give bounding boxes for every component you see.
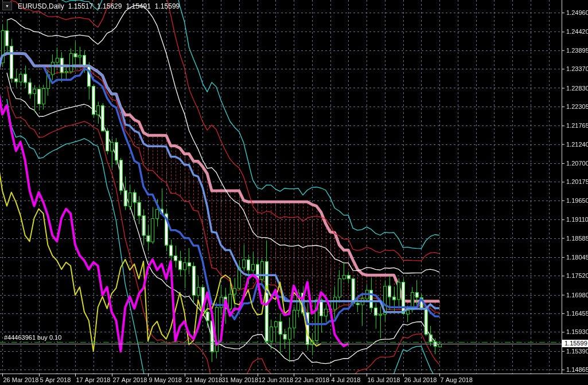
current-price-tag: 1.15599 — [562, 340, 588, 347]
close-value: 1.15599 — [155, 2, 180, 10]
price-axis[interactable] — [562, 0, 588, 374]
high-value: 1.15629 — [97, 2, 122, 10]
chart-canvas[interactable] — [0, 0, 588, 385]
triangle-down-icon: ▼ — [5, 4, 9, 8]
order-line-label[interactable]: #44463961 buy 0.10 — [4, 334, 61, 341]
chart-title: ▼ EURUSD,Daily 1.15517 1.15629 1.15491 1… — [2, 2, 180, 10]
symbol-period-label: EURUSD,Daily — [18, 2, 64, 10]
time-axis[interactable] — [0, 374, 562, 385]
low-value: 1.15491 — [126, 2, 150, 10]
chart-window: ▼ EURUSD,Daily 1.15517 1.15629 1.15491 1… — [0, 0, 588, 385]
open-value: 1.15517 — [68, 2, 93, 10]
symbol-dropdown-button[interactable]: ▼ — [2, 2, 12, 10]
